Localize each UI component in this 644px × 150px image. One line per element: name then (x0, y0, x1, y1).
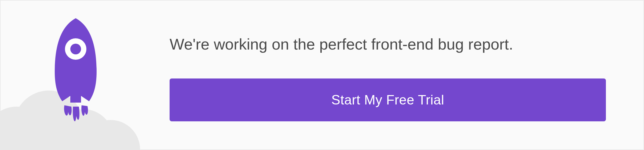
banner-headline: We're working on the perfect front-end b… (170, 34, 606, 54)
svg-point-2 (54, 109, 113, 149)
svg-point-6 (65, 38, 86, 60)
svg-point-3 (81, 120, 140, 149)
banner-content: We're working on the perfect front-end b… (170, 1, 643, 149)
promo-banner: We're working on the perfect front-end b… (0, 0, 644, 150)
rocket-icon (55, 18, 97, 121)
svg-rect-5 (1, 133, 129, 149)
start-free-trial-button[interactable]: Start My Free Trial (170, 78, 606, 121)
svg-point-4 (1, 120, 25, 149)
rocket-illustration (1, 0, 167, 149)
svg-point-7 (70, 44, 81, 54)
clouds-icon (1, 91, 140, 149)
cta-button-label: Start My Free Trial (331, 92, 444, 108)
svg-point-1 (14, 91, 84, 149)
svg-point-0 (1, 107, 49, 149)
